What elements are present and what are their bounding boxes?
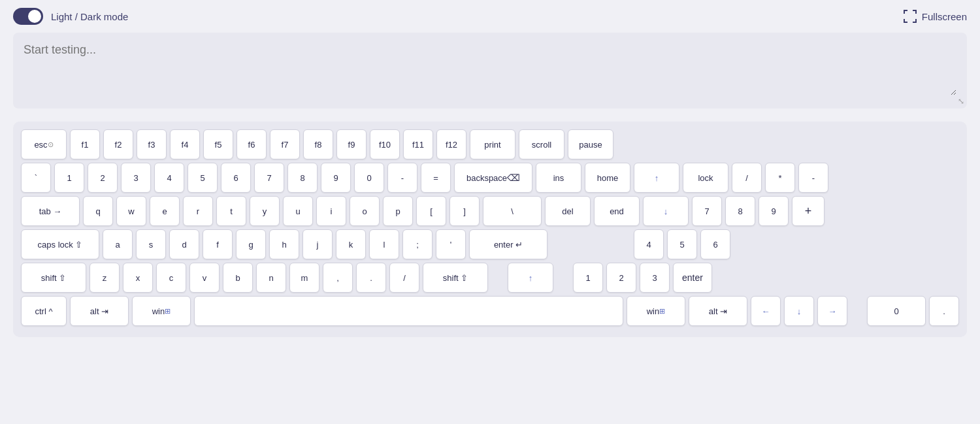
key-lshift[interactable]: shift ⇧: [21, 263, 86, 293]
key-s[interactable]: s: [136, 229, 166, 259]
key-8[interactable]: 8: [287, 163, 318, 193]
key-tab[interactable]: tab →: [21, 196, 80, 226]
key-e[interactable]: e: [150, 196, 180, 226]
key-num2[interactable]: 2: [606, 263, 636, 293]
key-down[interactable]: ↓: [643, 196, 689, 226]
key-t[interactable]: t: [216, 196, 246, 226]
key-q[interactable]: q: [83, 196, 113, 226]
key-lalt[interactable]: alt ⇥: [70, 296, 129, 326]
key-num6[interactable]: 6: [700, 229, 730, 259]
key-l[interactable]: l: [369, 229, 399, 259]
key-num5[interactable]: 5: [667, 229, 697, 259]
key-p[interactable]: p: [383, 196, 413, 226]
key-up[interactable]: ↑: [634, 163, 679, 193]
key-4[interactable]: 4: [154, 163, 184, 193]
key-rbracket[interactable]: ]: [449, 196, 480, 226]
key-cursor-up[interactable]: ↑: [508, 263, 553, 293]
key-7[interactable]: 7: [254, 163, 284, 193]
key-x[interactable]: x: [123, 263, 153, 293]
key-2[interactable]: 2: [88, 163, 118, 193]
key-cursor-right[interactable]: →: [817, 296, 847, 326]
key-lbracket[interactable]: [: [416, 196, 446, 226]
dark-mode-toggle[interactable]: [13, 8, 43, 25]
key-numlock[interactable]: lock: [683, 163, 728, 193]
fullscreen-button[interactable]: Fullscreen: [904, 10, 967, 23]
key-u[interactable]: u: [283, 196, 313, 226]
key-a[interactable]: a: [103, 229, 133, 259]
key-f[interactable]: f: [203, 229, 233, 259]
key-num-asterisk[interactable]: *: [765, 163, 795, 193]
key-c[interactable]: c: [156, 263, 186, 293]
key-f6[interactable]: f6: [237, 129, 267, 159]
key-cursor-left[interactable]: ←: [751, 296, 781, 326]
key-backtick[interactable]: `: [21, 163, 51, 193]
key-ralt[interactable]: alt ⇥: [689, 296, 747, 326]
key-k[interactable]: k: [336, 229, 366, 259]
key-esc[interactable]: esc ⊙: [21, 129, 67, 159]
key-num7[interactable]: 7: [692, 196, 722, 226]
key-minus[interactable]: -: [387, 163, 417, 193]
key-cursor-down[interactable]: ↓: [784, 296, 814, 326]
key-backslash[interactable]: \: [483, 196, 542, 226]
key-v[interactable]: v: [189, 263, 220, 293]
key-f10[interactable]: f10: [370, 129, 400, 159]
key-num-slash[interactable]: /: [732, 163, 762, 193]
key-6[interactable]: 6: [221, 163, 251, 193]
key-f4[interactable]: f4: [170, 129, 200, 159]
key-1[interactable]: 1: [54, 163, 84, 193]
key-num4[interactable]: 4: [634, 229, 664, 259]
key-lwin[interactable]: win ⊞: [132, 296, 191, 326]
key-num9[interactable]: 9: [759, 196, 789, 226]
key-del[interactable]: del: [545, 196, 591, 226]
key-f5[interactable]: f5: [203, 129, 233, 159]
key-d[interactable]: d: [169, 229, 199, 259]
key-home[interactable]: home: [585, 163, 630, 193]
key-num1[interactable]: 1: [573, 263, 603, 293]
key-f1[interactable]: f1: [70, 129, 100, 159]
key-f3[interactable]: f3: [137, 129, 167, 159]
key-equals[interactable]: =: [421, 163, 451, 193]
key-space[interactable]: [194, 296, 623, 326]
key-end[interactable]: end: [594, 196, 640, 226]
key-num-plus[interactable]: +: [792, 196, 825, 226]
key-num-enter[interactable]: enter: [673, 263, 712, 293]
test-textarea[interactable]: [24, 43, 956, 95]
key-num-minus[interactable]: -: [798, 163, 828, 193]
key-num3[interactable]: 3: [640, 263, 670, 293]
key-ctrl[interactable]: ctrl ^: [21, 296, 67, 326]
key-capslock[interactable]: caps lock ⇧: [21, 229, 99, 259]
key-o[interactable]: o: [350, 196, 380, 226]
key-9[interactable]: 9: [321, 163, 351, 193]
key-z[interactable]: z: [90, 263, 120, 293]
key-f8[interactable]: f8: [303, 129, 333, 159]
key-i[interactable]: i: [316, 196, 346, 226]
key-w[interactable]: w: [116, 196, 146, 226]
key-enter[interactable]: enter ↵: [469, 229, 547, 259]
key-f2[interactable]: f2: [103, 129, 133, 159]
key-pause[interactable]: pause: [568, 129, 613, 159]
key-f12[interactable]: f12: [436, 129, 466, 159]
key-f7[interactable]: f7: [270, 129, 300, 159]
key-print[interactable]: print: [470, 129, 515, 159]
key-numdot[interactable]: .: [929, 296, 959, 326]
key-m[interactable]: m: [289, 263, 319, 293]
key-comma[interactable]: ,: [323, 263, 353, 293]
key-b[interactable]: b: [223, 263, 253, 293]
key-quote[interactable]: ': [436, 229, 466, 259]
key-num0[interactable]: 0: [867, 296, 926, 326]
key-y[interactable]: y: [250, 196, 280, 226]
key-5[interactable]: 5: [188, 163, 218, 193]
key-semicolon[interactable]: ;: [402, 229, 433, 259]
key-rshift[interactable]: shift ⇧: [423, 263, 488, 293]
key-f9[interactable]: f9: [336, 129, 367, 159]
key-period[interactable]: .: [356, 263, 386, 293]
key-num8[interactable]: 8: [725, 196, 755, 226]
key-0[interactable]: 0: [354, 163, 384, 193]
key-backspace[interactable]: backspace ⌫: [454, 163, 532, 193]
key-ins[interactable]: ins: [536, 163, 581, 193]
key-r[interactable]: r: [183, 196, 213, 226]
key-fwdslash[interactable]: /: [389, 263, 419, 293]
key-j[interactable]: j: [302, 229, 333, 259]
key-n[interactable]: n: [256, 263, 286, 293]
key-g[interactable]: g: [236, 229, 266, 259]
